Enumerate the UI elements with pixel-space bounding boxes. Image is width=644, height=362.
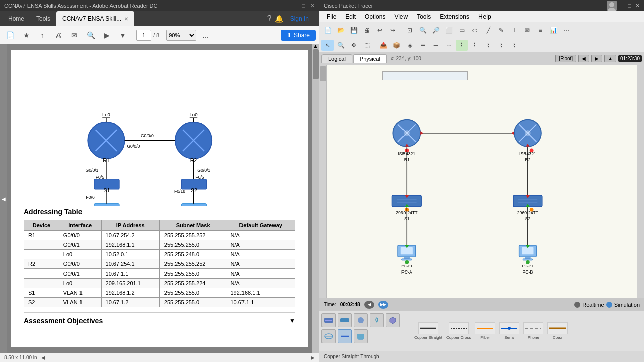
sign-in-button[interactable]: Sign In (286, 13, 313, 24)
conn-coax[interactable]: Coax (547, 322, 568, 340)
organize-btn[interactable]: ↑ (35, 29, 49, 42)
pt-email-btn[interactable]: ✉ (521, 25, 533, 36)
cat-routers[interactable] (321, 313, 336, 327)
pt-coax-btn[interactable]: ⌇ (508, 40, 520, 51)
bottom-page-nav[interactable]: ▶ (311, 355, 315, 360)
pt-line2-btn[interactable]: ─ (430, 40, 442, 51)
bookmark-btn[interactable]: ★ (19, 29, 33, 42)
pt-save-btn[interactable]: 💾 (348, 25, 360, 36)
pt-close-btn[interactable]: ✕ (635, 3, 640, 9)
cat-connections[interactable] (338, 329, 352, 343)
new-doc-btn[interactable]: 📄 (3, 29, 17, 42)
tab-close-icon[interactable]: ✕ (124, 16, 128, 22)
pt-pdu-simple-btn[interactable]: 📤 (377, 40, 389, 51)
pt-nav-forward[interactable]: ▶ (591, 55, 602, 62)
pt-pdu-complex-btn[interactable]: 📦 (390, 40, 403, 51)
nav-next-btn[interactable]: ▼ (116, 29, 130, 42)
pt-line1-btn[interactable]: ━ (417, 40, 429, 51)
pt-phone-btn[interactable]: ⌇ (495, 40, 507, 51)
simulation-btn[interactable]: Simulation (614, 302, 640, 308)
pt-undo-btn[interactable]: ↩ (374, 25, 386, 36)
print-btn[interactable]: 🖨 (51, 29, 65, 42)
pt-fiber-btn[interactable]: ⌇ (469, 40, 481, 51)
pt-minimize-btn[interactable]: − (621, 3, 624, 9)
pt-fire-btn[interactable]: ◈ (404, 40, 416, 51)
pt-draw-line-btn[interactable]: ╱ (482, 25, 494, 36)
page-number-input[interactable] (136, 30, 151, 41)
pt-text-btn[interactable]: T (508, 25, 520, 36)
conn-serial[interactable]: Serial (499, 322, 519, 340)
pt-root-btn[interactable]: [Root] (555, 55, 576, 62)
bell-icon[interactable]: 🔔 (275, 15, 283, 23)
cat-switches[interactable] (338, 313, 352, 327)
pt-inspect-btn[interactable]: ⬜ (443, 25, 455, 36)
tab-home[interactable]: Home (2, 11, 30, 26)
pt-line3-btn[interactable]: ┄ (443, 40, 455, 51)
pt-maximize-btn[interactable]: □ (628, 3, 631, 9)
tab-logical[interactable]: Logical (321, 54, 352, 63)
pt-select-btn[interactable]: ↖ (321, 40, 334, 51)
cat-wan[interactable] (321, 329, 336, 343)
scroll-up-btn[interactable]: ▲ (312, 44, 319, 48)
bottom-nav-icon[interactable]: ◀ (41, 355, 45, 360)
pt-canvas[interactable]: ISR4321 R1 ISR4321 R2 (319, 65, 644, 298)
mail-btn[interactable]: ✉ (67, 29, 82, 42)
tab-document[interactable]: CCNAv7 ENSA Skill... ✕ (56, 11, 134, 26)
tab-tools[interactable]: Tools (30, 11, 56, 26)
pt-print-btn[interactable]: 🖨 (361, 25, 373, 36)
pt-open-btn[interactable]: 📂 (335, 25, 347, 36)
scrollbar-thumb[interactable] (313, 49, 319, 79)
canvas-scrollbar-left[interactable] (319, 65, 327, 298)
zoom-select[interactable]: 90% 100% 125% 75% (166, 30, 196, 41)
pt-back-btn[interactable]: ◀ (364, 301, 374, 309)
pt-activity-btn[interactable]: 📊 (547, 25, 559, 36)
pt-pc-b[interactable]: PC-PT PC-B (519, 245, 537, 275)
pt-pc-a[interactable]: PC-PT PC-A (398, 245, 416, 275)
pt-nav-up[interactable]: ▲ (604, 55, 616, 62)
realtime-btn[interactable]: Realtime (582, 302, 604, 308)
share-button[interactable]: ⬆ Share (281, 30, 316, 41)
pt-menu-help[interactable]: Help (474, 12, 495, 21)
more-options-btn[interactable]: ... (198, 29, 212, 42)
help-icon[interactable]: ? (267, 14, 272, 23)
tab-physical[interactable]: Physical (353, 54, 387, 63)
conn-copper-straight[interactable]: Copper Straight (414, 322, 442, 340)
pt-note-btn[interactable]: ✎ (495, 25, 507, 36)
left-panel-collapse[interactable]: ◀ (0, 44, 7, 353)
pt-copper-btn[interactable]: ⌇ (456, 40, 468, 51)
pt-draw-ellipse-btn[interactable]: ⬭ (469, 25, 481, 36)
pt-menu-edit[interactable]: Edit (341, 12, 360, 21)
pt-serial-btn[interactable]: ⌇ (482, 40, 494, 51)
close-btn[interactable]: ✕ (310, 3, 315, 9)
conn-copper-cross[interactable]: Copper Cross (446, 322, 471, 340)
conn-fiber[interactable]: Fiber (475, 322, 495, 340)
pdf-scrollbar[interactable]: ▲ (312, 44, 319, 353)
pt-more2-btn[interactable]: ⋯ (560, 25, 573, 36)
pt-menu-file[interactable]: File (323, 12, 340, 21)
assessment-collapse-icon[interactable]: ▼ (289, 317, 295, 324)
pt-zoom-in-btn[interactable]: 🔍 (417, 25, 429, 36)
pt-search2-btn[interactable]: 🔍 (335, 40, 347, 51)
maximize-btn[interactable]: □ (302, 3, 305, 9)
pt-menu-options[interactable]: Options (361, 12, 389, 21)
pt-multisel-btn[interactable]: ⬚ (361, 40, 373, 51)
canvas-scrollbar-right[interactable] (637, 65, 644, 298)
pt-redo-btn[interactable]: ↪ (387, 25, 399, 36)
cat-security[interactable] (386, 313, 400, 327)
search-btn[interactable]: 🔍 (84, 29, 98, 42)
pt-grab-btn[interactable]: ✥ (348, 40, 360, 51)
pt-play-btn[interactable]: ▶▶ (378, 301, 388, 309)
pt-nav-back[interactable]: ◀ (578, 55, 589, 62)
conn-phone[interactable]: Phone (523, 322, 543, 340)
pt-zoom-out-btn[interactable]: 🔎 (430, 25, 442, 36)
nav-prev-btn[interactable]: ▶ (100, 29, 114, 42)
pt-pdu-btn[interactable]: ≡ (534, 25, 546, 36)
pt-zoom-fit-btn[interactable]: ⊡ (404, 25, 416, 36)
minimize-btn[interactable]: − (294, 3, 297, 9)
pt-menu-tools[interactable]: Tools (413, 12, 435, 21)
pt-menu-view[interactable]: View (390, 12, 412, 21)
cat-hubs[interactable] (354, 313, 368, 327)
pt-draw-rect-btn[interactable]: ▭ (456, 25, 468, 36)
pt-menu-extensions[interactable]: Extensions (436, 12, 473, 21)
cat-wireless[interactable] (370, 313, 384, 327)
